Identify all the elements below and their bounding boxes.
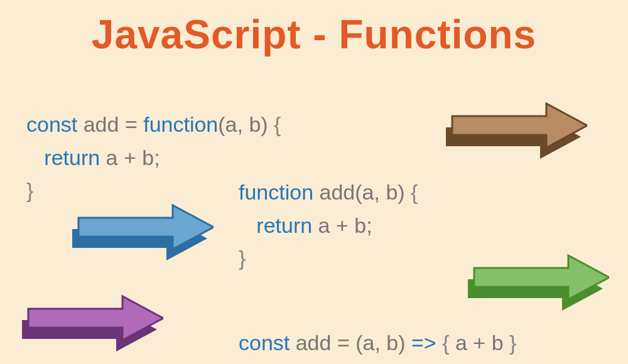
brace-open: { [274,112,281,136]
keyword-return: return [26,146,100,169]
page-title: JavaScript - Functions [0,11,628,58]
brace-close: } [26,178,33,202]
code-text: (a, b) [218,112,274,136]
arrow-blue-icon [66,198,214,260]
keyword-const: const [239,331,290,355]
keyword-const: const [26,112,77,136]
arrow-brown-icon [440,96,587,159]
code-arrow-function: const add = (a, b) => { a + b } [239,326,516,360]
arrow-green-icon [462,248,609,311]
code-function-declaration: function add(a, b) { return a + b;} [239,176,418,275]
code-text: add = [77,112,143,136]
keyword-function: function [143,112,218,136]
code-text: add(a, b) [313,180,411,204]
keyword-function: function [239,180,313,204]
brace-close: } [239,246,246,270]
brace-close: } [509,331,516,355]
code-text: add = (a, b) [290,331,411,355]
code-text: a + b; [312,213,372,237]
arrow-purple-icon [16,289,163,351]
code-text: a + b; [100,146,160,169]
arrow-operator: => [411,331,436,355]
code-text: a + b [450,331,509,355]
brace-open: { [442,331,449,355]
keyword-return: return [239,213,312,237]
code-text [436,331,442,355]
brace-open: { [411,180,418,204]
